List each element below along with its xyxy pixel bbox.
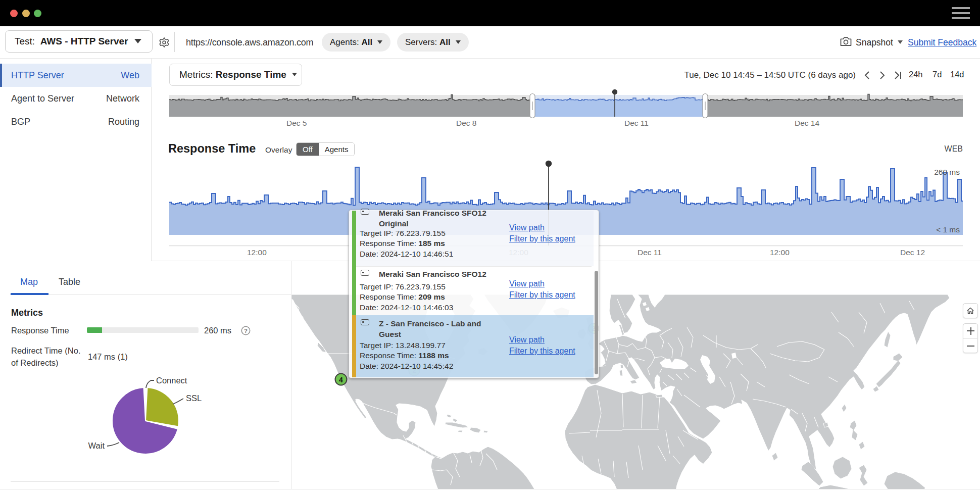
svg-text:4: 4: [339, 376, 343, 384]
svg-text:Connect: Connect: [156, 376, 187, 385]
svg-text:SSL: SSL: [186, 394, 202, 403]
svg-text:Wait: Wait: [88, 441, 105, 450]
svg-text:?: ?: [244, 328, 248, 334]
